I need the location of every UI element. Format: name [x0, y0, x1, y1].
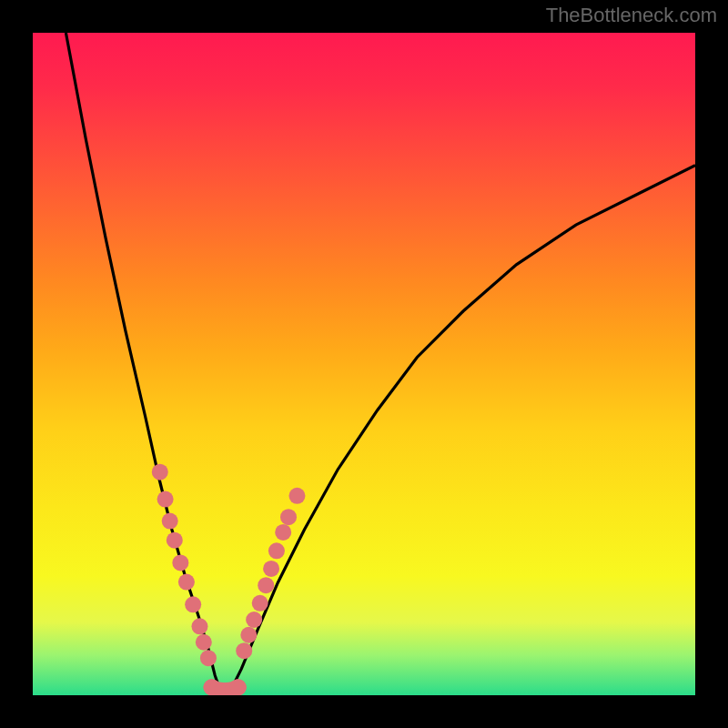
left-branch-markers-3: [167, 532, 183, 549]
valley-bottom-markers-5: [230, 679, 247, 695]
right-branch-markers-4: [258, 577, 274, 593]
right-branch-markers-7: [275, 524, 291, 541]
chart-svg: [33, 33, 695, 695]
left-branch-markers-1: [157, 491, 174, 508]
watermark-label: TheBottleneck.com: [546, 4, 717, 27]
left-branch-markers-4: [172, 554, 188, 571]
right-branch-markers-0: [236, 642, 252, 659]
curve-right-branch: [231, 166, 695, 689]
right-branch-markers-6: [268, 542, 285, 559]
right-branch-markers-8: [280, 509, 297, 525]
left-branch-markers-7: [191, 618, 207, 634]
left-branch-markers-6: [185, 596, 201, 612]
left-branch-markers-2: [162, 513, 178, 530]
curve-layer: [66, 33, 695, 691]
plot-area: [33, 33, 695, 695]
chart-container: TheBottleneck.com: [0, 0, 728, 728]
right-branch-markers-1: [240, 627, 257, 643]
right-branch-markers-9: [288, 488, 305, 504]
left-branch-markers-0: [152, 464, 168, 480]
curve-left-branch: [66, 33, 219, 689]
right-branch-markers-5: [263, 561, 279, 577]
marker-layer: [152, 464, 306, 695]
right-branch-markers-2: [246, 612, 262, 628]
left-branch-markers-5: [178, 574, 195, 591]
left-branch-markers-9: [200, 650, 217, 666]
right-branch-markers-3: [252, 595, 268, 612]
left-branch-markers-8: [196, 634, 212, 651]
